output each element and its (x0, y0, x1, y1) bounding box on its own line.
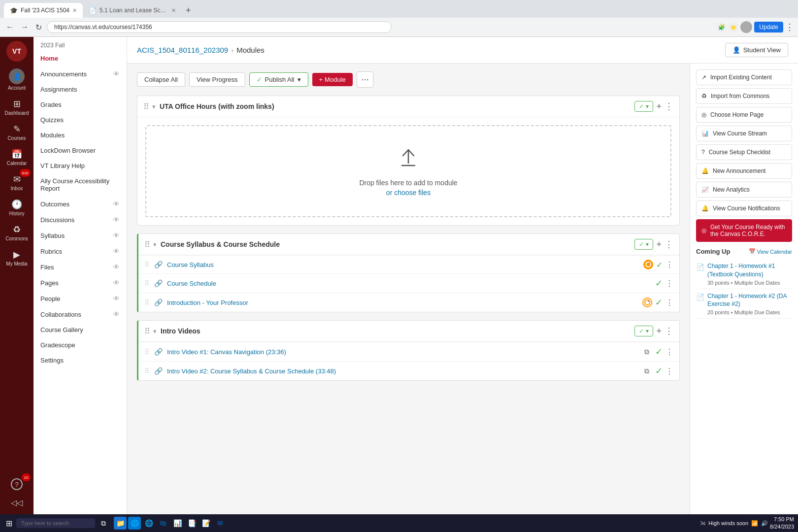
nav-dashboard[interactable]: ⊞ Dashboard (2, 96, 32, 119)
student-view-button[interactable]: 👤 Student View (725, 43, 788, 57)
module-videos-more-btn[interactable]: ⋮ (665, 326, 673, 336)
sidebar-item-gradescope[interactable]: Gradescope (33, 337, 127, 353)
taskbar-word-icon[interactable]: 📝 (200, 517, 212, 530)
module-syllabus-drag-handle[interactable]: ⠿ (144, 240, 149, 249)
add-module-button[interactable]: + Module (312, 73, 353, 86)
nav-collapse[interactable]: ◁◁ (2, 495, 32, 510)
module-videos-add-btn[interactable]: + (656, 326, 662, 336)
taskbar-edge-icon[interactable]: 🌐 (128, 517, 141, 530)
taskbar-chrome-icon[interactable]: 🌐 (142, 517, 155, 530)
module-uta-more-btn[interactable]: ⋮ (665, 101, 673, 112)
sidebar-item-syllabus[interactable]: Syllabus 👁 (33, 228, 127, 243)
bookmark-icon[interactable]: ⭐ (729, 22, 738, 32)
module-syllabus-add-btn[interactable]: + (656, 239, 662, 250)
setup-checklist-button[interactable]: ? Course Setup Checklist (696, 144, 792, 160)
canvas-core-button[interactable]: ◎ Get Your Course Ready with the Canvas … (696, 219, 792, 242)
tab-2[interactable]: 📄 5.1 Loan and Lease Scenarios | D... ✕ (83, 3, 182, 18)
sidebar-item-pages[interactable]: Pages 👁 (33, 275, 127, 291)
module-collapse-icon[interactable]: ▾ (152, 103, 156, 110)
import-commons-button[interactable]: ♻ Import from Commons (696, 88, 792, 104)
tab-1-close[interactable]: ✕ (72, 7, 77, 14)
taskbar-powerpoint-icon[interactable]: 📑 (185, 517, 198, 530)
item-title-schedule[interactable]: Course Schedule (167, 280, 651, 287)
sidebar-item-people[interactable]: People 👁 (33, 291, 127, 306)
browser-menu-icon[interactable]: ⋮ (785, 22, 794, 33)
module-uta-publish-btn[interactable]: ✓ ▾ (634, 101, 653, 112)
forward-button[interactable]: → (19, 22, 31, 33)
nav-inbox[interactable]: ✉ Inbox 830 (2, 171, 32, 194)
drop-zone[interactable]: Drop files here to add to module or choo… (145, 125, 671, 217)
sidebar-item-ally[interactable]: Ally Course Accessibility Report (33, 173, 127, 196)
sidebar-item-announcements[interactable]: Announcements 👁 (33, 66, 127, 82)
module-toolbar-more-button[interactable]: ⋯ (357, 71, 373, 88)
nav-courses[interactable]: ✎ Courses (2, 121, 32, 144)
view-progress-button[interactable]: View Progress (189, 72, 245, 87)
nav-support[interactable]: ? 10 (2, 475, 32, 493)
breadcrumb-course[interactable]: ACIS_1504_80116_202309 (137, 46, 228, 54)
nav-calendar[interactable]: 📅 Calendar (2, 146, 32, 169)
sidebar-item-rubrics[interactable]: Rubrics 👁 (33, 243, 127, 259)
windows-start-button[interactable]: ⊞ (4, 517, 14, 530)
new-analytics-button[interactable]: 📈 New Analytics (696, 182, 792, 198)
sidebar-item-files[interactable]: Files 👁 (33, 259, 127, 275)
update-button[interactable]: Update (754, 22, 783, 33)
item-drag-icon-3[interactable]: ⠿ (144, 299, 149, 306)
tab-1[interactable]: 🎓 Fall '23 ACIS 1504 ✕ (4, 3, 83, 18)
sidebar-item-outcomes[interactable]: Outcomes 👁 (33, 196, 127, 212)
item-more-1[interactable]: ⋮ (665, 260, 673, 269)
coming-up-item-2-title[interactable]: Chapter 1 - Homework #2 (DA Exercise #2) (707, 292, 792, 309)
nav-my-media[interactable]: ▶ My Media (2, 246, 32, 269)
view-notifications-button[interactable]: 🔔 View Course Notifications (696, 200, 792, 216)
url-input[interactable] (47, 21, 392, 33)
item-title-video1[interactable]: Intro Video #1: Canvas Navigation (23:36… (167, 348, 640, 356)
taskbar-mail-icon[interactable]: ✉ (214, 517, 227, 530)
sidebar-item-assignments[interactable]: Assignments (33, 82, 127, 97)
item-title-syllabus[interactable]: Course Syllabus (167, 261, 639, 268)
item-drag-icon-5[interactable]: ⠿ (144, 367, 149, 375)
view-calendar-link[interactable]: 📅 View Calendar (749, 248, 792, 255)
taskbar-clock[interactable]: 7:50 PM 8/24/2023 (770, 516, 794, 531)
sidebar-item-collaborations[interactable]: Collaborations 👁 (33, 306, 127, 322)
sidebar-item-quizzes[interactable]: Quizzes (33, 112, 127, 128)
sidebar-item-modules[interactable]: Modules (33, 128, 127, 143)
item-more-4[interactable]: ⋮ (665, 347, 673, 357)
item-more-3[interactable]: ⋮ (665, 298, 673, 307)
taskbar-task-view[interactable]: ⧉ (97, 517, 110, 530)
item-drag-icon-2[interactable]: ⠿ (144, 279, 149, 287)
module-videos-collapse-icon[interactable]: ▾ (153, 328, 157, 335)
new-announcement-button[interactable]: 🔔 New Announcement (696, 163, 792, 179)
sidebar-item-grades[interactable]: Grades (33, 97, 127, 112)
module-drag-handle[interactable]: ⠿ (143, 102, 148, 111)
reload-button[interactable]: ↻ (33, 22, 44, 33)
sidebar-item-vt-library[interactable]: VT Library Help (33, 158, 127, 173)
profile-icon[interactable] (740, 21, 752, 33)
nav-account[interactable]: 👤 Account (2, 66, 32, 94)
nav-commons[interactable]: ♻ Commons (2, 221, 32, 244)
module-videos-publish-btn[interactable]: ✓ ▾ (634, 326, 653, 336)
item-drag-icon[interactable]: ⠿ (144, 261, 149, 268)
sidebar-item-lockdown[interactable]: LockDown Browser (33, 143, 127, 158)
item-title-professor[interactable]: Introduction - Your Professor (167, 299, 638, 306)
sidebar-item-discussions[interactable]: Discussions 👁 (33, 212, 127, 228)
item-title-video2[interactable]: Intro Video #2: Course Syllabus & Course… (167, 367, 640, 375)
tab-2-close[interactable]: ✕ (171, 7, 176, 14)
choose-files-link[interactable]: or choose files (386, 189, 431, 197)
taskbar-store-icon[interactable]: 🛍 (157, 517, 169, 530)
view-stream-button[interactable]: 📊 View Course Stream (696, 126, 792, 141)
module-uta-add-btn[interactable]: + (656, 101, 662, 112)
item-more-2[interactable]: ⋮ (665, 279, 673, 288)
taskbar-explorer-icon[interactable]: 📁 (114, 517, 127, 530)
item-drag-icon-4[interactable]: ⠿ (144, 348, 149, 356)
back-button[interactable]: ← (4, 22, 16, 33)
choose-home-button[interactable]: ◎ Choose Home Page (696, 107, 792, 123)
sidebar-item-home[interactable]: Home (33, 51, 127, 66)
coming-up-item-1-title[interactable]: Chapter 1 - Homework #1 (Textbook Questi… (707, 262, 792, 279)
sidebar-item-settings[interactable]: Settings (33, 353, 127, 368)
taskbar-search-input[interactable] (16, 518, 95, 528)
module-syllabus-more-btn[interactable]: ⋮ (665, 239, 673, 250)
sidebar-item-course-gallery[interactable]: Course Gallery (33, 322, 127, 337)
taskbar-excel-icon[interactable]: 📊 (171, 517, 184, 530)
new-tab-button[interactable]: + (182, 5, 195, 16)
module-syllabus-collapse-icon[interactable]: ▾ (153, 241, 157, 248)
extensions-icon[interactable]: 🧩 (717, 22, 727, 32)
